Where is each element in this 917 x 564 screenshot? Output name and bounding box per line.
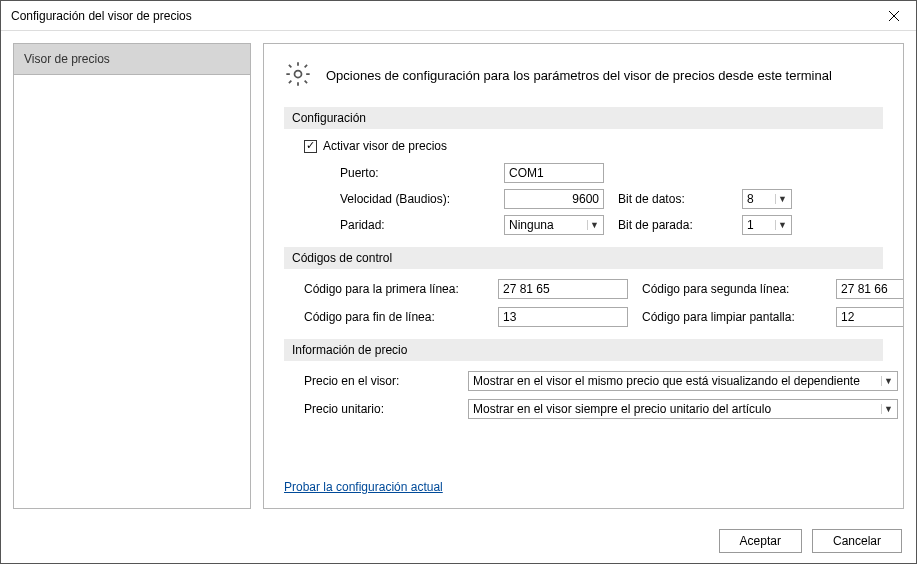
gear-icon <box>284 60 312 91</box>
section-codes-title: Códigos de control <box>284 247 883 269</box>
sidebar-item-label: Visor de precios <box>24 52 110 66</box>
port-input[interactable] <box>504 163 604 183</box>
databits-label: Bit de datos: <box>618 192 728 206</box>
chevron-down-icon: ▼ <box>881 376 895 386</box>
dialog-footer: Aceptar Cancelar <box>1 521 916 563</box>
test-config-link[interactable]: Probar la configuración actual <box>284 480 443 494</box>
price-unit-label: Precio unitario: <box>304 402 454 416</box>
port-label: Puerto: <box>340 166 490 180</box>
sidebar: Visor de precios <box>13 43 251 509</box>
baud-input[interactable] <box>504 189 604 209</box>
stopbit-select[interactable]: 1 ▼ <box>742 215 792 235</box>
price-visor-label: Precio en el visor: <box>304 374 454 388</box>
code-eol-input[interactable] <box>498 307 628 327</box>
panel-header: Opciones de configuración para los parám… <box>284 60 883 91</box>
parity-select[interactable]: Ninguna ▼ <box>504 215 604 235</box>
code-line1-input[interactable] <box>498 279 628 299</box>
sidebar-item-visor[interactable]: Visor de precios <box>14 44 250 75</box>
accept-button[interactable]: Aceptar <box>719 529 802 553</box>
section-price-title: Información de precio <box>284 339 883 361</box>
activate-label: Activar visor de precios <box>323 139 447 153</box>
activate-checkbox[interactable] <box>304 140 317 153</box>
chevron-down-icon: ▼ <box>881 404 895 414</box>
databits-select[interactable]: 8 ▼ <box>742 189 792 209</box>
section-config-title: Configuración <box>284 107 883 129</box>
price-unit-select[interactable]: Mostrar en el visor siempre el precio un… <box>468 399 898 419</box>
parity-value: Ninguna <box>509 218 587 232</box>
panel-header-text: Opciones de configuración para los parám… <box>326 68 832 83</box>
code-line2-input[interactable] <box>836 279 904 299</box>
price-visor-select[interactable]: Mostrar en el visor el mismo precio que … <box>468 371 898 391</box>
chevron-down-icon: ▼ <box>587 220 601 230</box>
stopbit-value: 1 <box>747 218 775 232</box>
window-title: Configuración del visor de precios <box>11 9 872 23</box>
chevron-down-icon: ▼ <box>775 194 789 204</box>
price-unit-value: Mostrar en el visor siempre el precio un… <box>473 402 881 416</box>
stopbit-label: Bit de parada: <box>618 218 728 232</box>
parity-label: Paridad: <box>340 218 490 232</box>
close-icon <box>889 11 899 21</box>
chevron-down-icon: ▼ <box>775 220 789 230</box>
activate-checkbox-row: Activar visor de precios <box>304 139 883 153</box>
price-visor-value: Mostrar en el visor el mismo precio que … <box>473 374 881 388</box>
cancel-button[interactable]: Cancelar <box>812 529 902 553</box>
close-button[interactable] <box>872 1 916 31</box>
code-line2-label: Código para segunda línea: <box>642 282 822 296</box>
baud-label: Velocidad (Baudios): <box>340 192 490 206</box>
code-clear-input[interactable] <box>836 307 904 327</box>
dialog-body: Visor de precios Opciones de configuraci… <box>1 31 916 521</box>
databits-value: 8 <box>747 192 775 206</box>
titlebar: Configuración del visor de precios <box>1 1 916 31</box>
code-clear-label: Código para limpiar pantalla: <box>642 310 822 324</box>
main-panel: Opciones de configuración para los parám… <box>263 43 904 509</box>
dialog-window: Configuración del visor de precios Visor… <box>0 0 917 564</box>
svg-point-0 <box>295 71 302 78</box>
code-line1-label: Código para la primera línea: <box>304 282 484 296</box>
code-eol-label: Código para fin de línea: <box>304 310 484 324</box>
